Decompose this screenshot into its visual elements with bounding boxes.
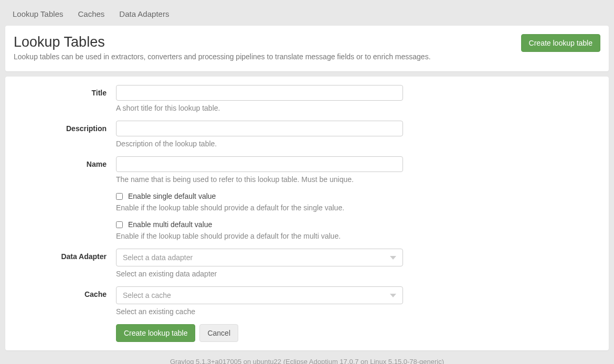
create-lookup-table-submit-button[interactable]: Create lookup table (116, 324, 195, 342)
enable-single-checkbox[interactable] (116, 193, 123, 200)
create-lookup-table-top-button[interactable]: Create lookup table (521, 34, 600, 52)
cache-help: Select an existing cache (116, 307, 403, 316)
data-adapter-label: Data Adapter (14, 249, 116, 278)
data-adapter-placeholder: Select a data adapter (123, 253, 193, 262)
description-help: Description of the lookup table. (116, 140, 403, 148)
nav-tabs: Lookup Tables Caches Data Adapters (5, 5, 609, 26)
name-help: The name that is being used to refer to … (116, 175, 403, 184)
cache-select[interactable]: Select a cache (116, 286, 403, 304)
enable-multi-label: Enable multi default value (128, 220, 212, 229)
description-input[interactable] (116, 121, 403, 136)
enable-multi-help: Enable if the lookup table should provid… (116, 232, 403, 240)
cancel-button[interactable]: Cancel (199, 324, 238, 342)
data-adapter-help: Select an existing data adapter (116, 270, 403, 278)
enable-single-label: Enable single default value (128, 192, 216, 200)
tab-lookup-tables[interactable]: Lookup Tables (13, 9, 63, 18)
data-adapter-select[interactable]: Select a data adapter (116, 249, 403, 266)
footer-version: Graylog 5.1.3+a017005 on ubuntu22 (Eclip… (5, 350, 609, 364)
enable-single-help: Enable if the lookup table should provid… (116, 204, 403, 212)
title-help: A short title for this lookup table. (116, 104, 403, 112)
cache-label: Cache (14, 286, 116, 316)
title-label: Title (14, 85, 116, 112)
tab-data-adapters[interactable]: Data Adapters (119, 9, 169, 18)
lookup-table-form: Title A short title for this lookup tabl… (5, 77, 609, 350)
name-input[interactable] (116, 156, 403, 172)
cache-placeholder: Select a cache (123, 291, 171, 299)
description-label: Description (14, 121, 116, 148)
tab-caches[interactable]: Caches (78, 9, 104, 18)
page-subtitle: Lookup tables can be used in extractors,… (14, 52, 431, 61)
page-title: Lookup Tables (14, 34, 431, 50)
chevron-down-icon (390, 294, 396, 297)
name-label: Name (14, 156, 116, 184)
chevron-down-icon (390, 256, 396, 260)
enable-multi-checkbox[interactable] (116, 221, 123, 228)
page-header-panel: Lookup Tables Lookup tables can be used … (5, 26, 609, 71)
title-input[interactable] (116, 85, 403, 101)
